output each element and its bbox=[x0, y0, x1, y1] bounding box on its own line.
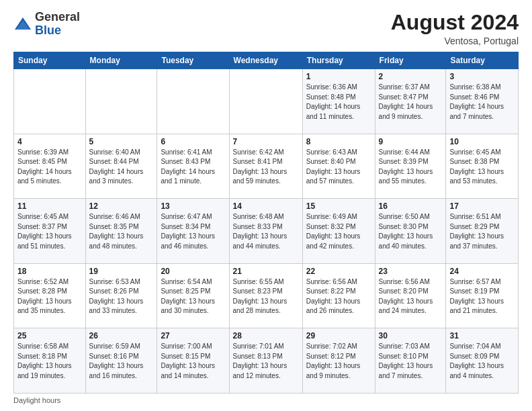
day-number: 23 bbox=[379, 267, 443, 276]
weekday-header-saturday: Saturday bbox=[446, 52, 519, 69]
calendar-cell bbox=[157, 69, 229, 134]
calendar-cell: 28Sunrise: 7:01 AM Sunset: 8:13 PM Dayli… bbox=[229, 328, 302, 394]
logo: General Blue bbox=[13, 11, 80, 38]
weekday-header-sunday: Sunday bbox=[14, 52, 86, 69]
day-info: Sunrise: 6:37 AM Sunset: 8:47 PM Dayligh… bbox=[379, 83, 443, 122]
page: General Blue August 2024 Ventosa, Portug… bbox=[0, 0, 532, 411]
weekday-header-monday: Monday bbox=[85, 52, 157, 69]
day-number: 30 bbox=[379, 331, 443, 340]
day-info: Sunrise: 6:45 AM Sunset: 8:38 PM Dayligh… bbox=[449, 148, 515, 187]
calendar-cell: 25Sunrise: 6:58 AM Sunset: 8:18 PM Dayli… bbox=[14, 328, 86, 394]
day-number: 11 bbox=[17, 201, 82, 211]
calendar-cell bbox=[14, 69, 86, 134]
calendar-cell: 30Sunrise: 7:03 AM Sunset: 8:10 PM Dayli… bbox=[375, 328, 446, 394]
day-info: Sunrise: 6:38 AM Sunset: 8:46 PM Dayligh… bbox=[449, 83, 515, 122]
day-info: Sunrise: 7:02 AM Sunset: 8:12 PM Dayligh… bbox=[306, 342, 371, 381]
day-number: 28 bbox=[233, 331, 299, 340]
week-row-4: 18Sunrise: 6:52 AM Sunset: 8:28 PM Dayli… bbox=[14, 263, 519, 328]
logo-general-text: General bbox=[35, 10, 80, 24]
calendar-cell: 18Sunrise: 6:52 AM Sunset: 8:28 PM Dayli… bbox=[14, 263, 86, 328]
day-info: Sunrise: 7:00 AM Sunset: 8:15 PM Dayligh… bbox=[161, 342, 225, 381]
calendar-cell: 20Sunrise: 6:54 AM Sunset: 8:25 PM Dayli… bbox=[157, 263, 229, 328]
weekday-header-row: SundayMondayTuesdayWednesdayThursdayFrid… bbox=[14, 52, 519, 69]
calendar-cell: 31Sunrise: 7:04 AM Sunset: 8:09 PM Dayli… bbox=[446, 328, 519, 394]
day-info: Sunrise: 6:46 AM Sunset: 8:35 PM Dayligh… bbox=[89, 212, 154, 251]
calendar-cell: 13Sunrise: 6:47 AM Sunset: 8:34 PM Dayli… bbox=[157, 199, 229, 264]
day-info: Sunrise: 6:54 AM Sunset: 8:25 PM Dayligh… bbox=[161, 277, 225, 316]
calendar-cell: 12Sunrise: 6:46 AM Sunset: 8:35 PM Dayli… bbox=[85, 199, 157, 264]
day-number: 24 bbox=[449, 267, 515, 276]
calendar-cell bbox=[229, 69, 302, 134]
day-number: 16 bbox=[379, 201, 443, 211]
location: Ventosa, Portugal bbox=[391, 36, 519, 46]
day-info: Sunrise: 6:49 AM Sunset: 8:32 PM Dayligh… bbox=[306, 212, 371, 251]
day-number: 29 bbox=[306, 331, 371, 340]
day-number: 12 bbox=[89, 201, 154, 211]
day-number: 6 bbox=[161, 137, 225, 146]
day-info: Sunrise: 6:40 AM Sunset: 8:44 PM Dayligh… bbox=[89, 148, 154, 187]
day-number: 21 bbox=[233, 267, 299, 276]
calendar-cell: 1Sunrise: 6:36 AM Sunset: 8:48 PM Daylig… bbox=[302, 69, 375, 134]
calendar-cell: 2Sunrise: 6:37 AM Sunset: 8:47 PM Daylig… bbox=[375, 69, 446, 134]
day-number: 2 bbox=[379, 72, 443, 81]
weekday-header-wednesday: Wednesday bbox=[229, 52, 302, 69]
header: General Blue August 2024 Ventosa, Portug… bbox=[13, 11, 519, 46]
day-number: 14 bbox=[233, 201, 299, 211]
day-info: Sunrise: 6:44 AM Sunset: 8:39 PM Dayligh… bbox=[379, 148, 443, 187]
day-info: Sunrise: 6:47 AM Sunset: 8:34 PM Dayligh… bbox=[161, 212, 225, 251]
title-block: August 2024 Ventosa, Portugal bbox=[391, 11, 519, 46]
day-number: 1 bbox=[306, 72, 371, 81]
calendar-cell: 6Sunrise: 6:41 AM Sunset: 8:43 PM Daylig… bbox=[157, 134, 229, 199]
calendar-cell: 10Sunrise: 6:45 AM Sunset: 8:38 PM Dayli… bbox=[446, 134, 519, 199]
logo-blue-text: Blue bbox=[35, 24, 61, 37]
week-row-5: 25Sunrise: 6:58 AM Sunset: 8:18 PM Dayli… bbox=[14, 328, 519, 394]
footer-note: Daylight hours bbox=[13, 396, 519, 404]
day-info: Sunrise: 6:53 AM Sunset: 8:26 PM Dayligh… bbox=[89, 277, 154, 316]
week-row-1: 1Sunrise: 6:36 AM Sunset: 8:48 PM Daylig… bbox=[14, 69, 519, 134]
calendar-cell: 26Sunrise: 6:59 AM Sunset: 8:16 PM Dayli… bbox=[85, 328, 157, 394]
week-row-3: 11Sunrise: 6:45 AM Sunset: 8:37 PM Dayli… bbox=[14, 199, 519, 264]
day-info: Sunrise: 6:56 AM Sunset: 8:22 PM Dayligh… bbox=[306, 277, 371, 316]
day-number: 13 bbox=[161, 201, 225, 211]
day-number: 31 bbox=[449, 331, 515, 340]
calendar-cell: 8Sunrise: 6:43 AM Sunset: 8:40 PM Daylig… bbox=[302, 134, 375, 199]
calendar-cell: 15Sunrise: 6:49 AM Sunset: 8:32 PM Dayli… bbox=[302, 199, 375, 264]
calendar-cell: 11Sunrise: 6:45 AM Sunset: 8:37 PM Dayli… bbox=[14, 199, 86, 264]
day-info: Sunrise: 6:45 AM Sunset: 8:37 PM Dayligh… bbox=[17, 212, 82, 251]
day-info: Sunrise: 6:57 AM Sunset: 8:19 PM Dayligh… bbox=[449, 277, 515, 316]
day-info: Sunrise: 7:03 AM Sunset: 8:10 PM Dayligh… bbox=[379, 342, 443, 381]
calendar-cell: 19Sunrise: 6:53 AM Sunset: 8:26 PM Dayli… bbox=[85, 263, 157, 328]
calendar-cell: 22Sunrise: 6:56 AM Sunset: 8:22 PM Dayli… bbox=[302, 263, 375, 328]
day-info: Sunrise: 6:42 AM Sunset: 8:41 PM Dayligh… bbox=[233, 148, 299, 187]
calendar-cell: 24Sunrise: 6:57 AM Sunset: 8:19 PM Dayli… bbox=[446, 263, 519, 328]
calendar-cell: 14Sunrise: 6:48 AM Sunset: 8:33 PM Dayli… bbox=[229, 199, 302, 264]
calendar-cell: 7Sunrise: 6:42 AM Sunset: 8:41 PM Daylig… bbox=[229, 134, 302, 199]
day-number: 26 bbox=[89, 331, 154, 340]
calendar-cell: 27Sunrise: 7:00 AM Sunset: 8:15 PM Dayli… bbox=[157, 328, 229, 394]
day-info: Sunrise: 6:41 AM Sunset: 8:43 PM Dayligh… bbox=[161, 148, 225, 187]
calendar-cell: 5Sunrise: 6:40 AM Sunset: 8:44 PM Daylig… bbox=[85, 134, 157, 199]
day-info: Sunrise: 6:59 AM Sunset: 8:16 PM Dayligh… bbox=[89, 342, 154, 381]
calendar-cell: 4Sunrise: 6:39 AM Sunset: 8:45 PM Daylig… bbox=[14, 134, 86, 199]
day-info: Sunrise: 6:55 AM Sunset: 8:23 PM Dayligh… bbox=[233, 277, 299, 316]
day-number: 3 bbox=[449, 72, 515, 81]
day-info: Sunrise: 6:56 AM Sunset: 8:20 PM Dayligh… bbox=[379, 277, 443, 316]
calendar: SundayMondayTuesdayWednesdayThursdayFrid… bbox=[13, 52, 519, 394]
day-number: 18 bbox=[17, 267, 82, 276]
calendar-cell: 3Sunrise: 6:38 AM Sunset: 8:46 PM Daylig… bbox=[446, 69, 519, 134]
weekday-header-thursday: Thursday bbox=[302, 52, 375, 69]
day-info: Sunrise: 6:52 AM Sunset: 8:28 PM Dayligh… bbox=[17, 277, 82, 316]
calendar-cell: 16Sunrise: 6:50 AM Sunset: 8:30 PM Dayli… bbox=[375, 199, 446, 264]
day-number: 4 bbox=[17, 137, 82, 146]
day-number: 15 bbox=[306, 201, 371, 211]
calendar-cell: 21Sunrise: 6:55 AM Sunset: 8:23 PM Dayli… bbox=[229, 263, 302, 328]
week-row-2: 4Sunrise: 6:39 AM Sunset: 8:45 PM Daylig… bbox=[14, 134, 519, 199]
day-info: Sunrise: 6:50 AM Sunset: 8:30 PM Dayligh… bbox=[379, 212, 443, 251]
day-info: Sunrise: 6:51 AM Sunset: 8:29 PM Dayligh… bbox=[449, 212, 515, 251]
day-info: Sunrise: 6:43 AM Sunset: 8:40 PM Dayligh… bbox=[306, 148, 371, 187]
calendar-cell: 23Sunrise: 6:56 AM Sunset: 8:20 PM Dayli… bbox=[375, 263, 446, 328]
logo-icon bbox=[13, 15, 32, 34]
day-number: 22 bbox=[306, 267, 371, 276]
calendar-cell: 9Sunrise: 6:44 AM Sunset: 8:39 PM Daylig… bbox=[375, 134, 446, 199]
day-number: 10 bbox=[449, 137, 515, 146]
